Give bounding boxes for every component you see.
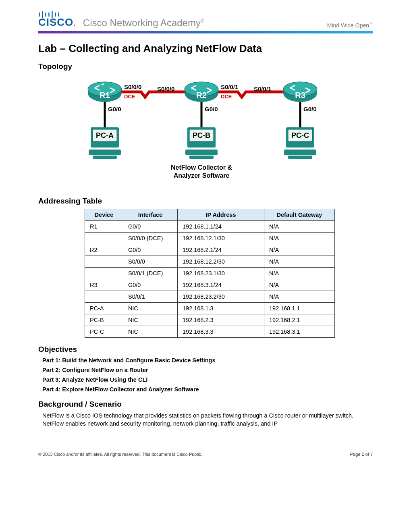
background-text: NetFlow is a Cisco IOS technology that p… [42,412,373,428]
page-header: ı|ıı|ıı CISCO. Cisco Networking Academy®… [38,12,373,31]
router-icon: R1 [88,82,122,102]
svg-text:DCE: DCE [221,94,232,100]
table-row: S0/0/1 (DCE)192.168.23.1/30N/A [85,268,335,279]
objectives-list: Part 1: Build the Network and Configure … [42,357,373,393]
svg-rect-26 [288,156,312,159]
addressing-table: DeviceInterfaceIP AddressDefault Gateway… [85,209,335,338]
svg-text:PC-B: PC-B [193,131,210,139]
svg-rect-20 [185,150,218,155]
svg-rect-25 [284,150,316,155]
router-icon: R3 [283,82,317,102]
section-objectives: Objectives [38,345,373,354]
cisco-logo-icon: ı|ıı|ıı CISCO. [38,12,76,29]
table-row: R3G0/0192.168.3.1/24N/A [85,279,335,291]
footer-page: Page 1 of 7 [350,452,373,457]
table-row: PC-ANIC192.168.1.3192.168.1.1 [85,303,335,314]
objective-item: Part 4: Explore NetFlow Collector and An… [42,386,373,393]
svg-text:S0/0/1: S0/0/1 [254,85,271,92]
brand: ı|ıı|ıı CISCO. Cisco Networking Academy® [38,12,204,29]
svg-text:S0/0/0: S0/0/0 [124,83,141,90]
table-row: PC-CNIC192.168.3.3192.168.3.1 [85,326,335,338]
svg-text:R1: R1 [100,91,110,100]
table-row: S0/0/1192.168.23.2/30N/A [85,291,335,303]
svg-text:G0/0: G0/0 [108,106,121,112]
svg-rect-21 [189,156,214,159]
objective-item: Part 2: Configure NetFlow on a Router [42,367,373,373]
svg-rect-16 [93,156,117,159]
table-row: S0/0/0192.168.12.2/30N/A [85,256,335,268]
svg-text:S0/0/1: S0/0/1 [221,83,238,90]
objective-item: Part 1: Build the Network and Configure … [42,357,373,364]
svg-text:G0/0: G0/0 [303,106,317,112]
gradient-divider [38,31,373,33]
table-header: IP Address [178,209,264,221]
topology-diagram: R1 R2 R3 PC-A [38,75,373,189]
svg-text:R2: R2 [196,91,207,100]
svg-rect-15 [89,150,121,155]
page-title: Lab – Collecting and Analyzing NetFlow D… [38,42,373,55]
section-background: Background / Scenario [38,400,373,409]
table-header: Interface [123,209,178,221]
svg-text:S0/0/0: S0/0/0 [157,85,174,92]
table-row: R1G0/0192.168.1.1/24N/A [85,221,335,233]
section-topology: Topology [38,62,373,71]
svg-text:PC-A: PC-A [96,131,114,139]
tagline: Mind Wide Open™ [327,22,373,29]
pc-icon: PC-C [284,127,316,159]
table-header: Device [85,209,123,221]
table-row: PC-BNIC192.168.2.3192.168.2.1 [85,314,335,326]
academy-name: Cisco Networking Academy® [83,17,204,29]
svg-text:PC-C: PC-C [291,131,309,139]
svg-text:Analyzer Software: Analyzer Software [174,172,230,179]
objective-item: Part 3: Analyze NetFlow Using the CLI [42,376,373,383]
svg-text:R3: R3 [295,91,305,100]
pc-icon: PC-B [185,127,218,159]
svg-text:NetFlow Collector &: NetFlow Collector & [171,164,232,171]
svg-text:DCE: DCE [124,94,135,100]
router-icon: R2 [185,82,218,102]
pc-icon: PC-A [89,127,121,159]
page-footer: © 2013 Cisco and/or its affiliates. All … [38,452,373,457]
table-row: R2G0/0192.168.2.1/24N/A [85,244,335,256]
table-header: Default Gateway [264,209,335,221]
section-addressing: Addressing Table [38,197,373,206]
table-row: S0/0/0 (DCE)192.168.12.1/30N/A [85,233,335,244]
svg-text:G0/0: G0/0 [205,106,218,112]
footer-copyright: © 2013 Cisco and/or its affiliates. All … [38,452,202,457]
